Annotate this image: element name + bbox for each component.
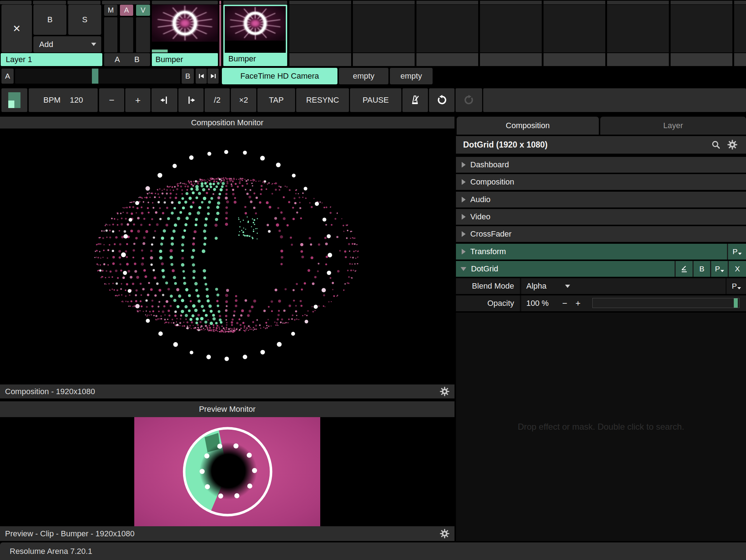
dotgrid-preset-button[interactable]: P	[710, 261, 728, 277]
beat-indicator-button[interactable]	[1, 88, 27, 112]
empty-clip-labels[interactable]	[289, 53, 746, 66]
clip-cell-playing[interactable]: Bumper	[152, 5, 218, 66]
expand-arrow-icon[interactable]	[462, 197, 466, 202]
nudge-left-icon	[160, 95, 169, 105]
collapse-arrow-icon[interactable]	[461, 267, 466, 271]
tab-layer[interactable]: Layer	[600, 117, 746, 135]
clip-thumbnail[interactable]	[225, 6, 286, 41]
composition-monitor-header[interactable]: Composition Monitor	[0, 117, 454, 129]
layer-bypass-button[interactable]: B	[33, 5, 66, 35]
clip-label[interactable]: Bumper	[225, 53, 286, 65]
tab-composition[interactable]: Composition	[457, 117, 599, 135]
video-fader[interactable]	[136, 17, 150, 52]
crossfader-b-button[interactable]: B	[182, 69, 194, 84]
layer-video-button[interactable]: V	[136, 5, 150, 16]
expand-arrow-icon[interactable]	[462, 162, 466, 168]
crossfader-slider[interactable]	[15, 69, 180, 84]
layer-solo-button[interactable]: S	[68, 5, 101, 35]
group-b-label[interactable]: B	[134, 55, 140, 64]
expand-arrow-icon[interactable]	[462, 249, 466, 255]
dotgrid-bypass-button[interactable]: B	[693, 261, 710, 277]
dotgrid-edit-button[interactable]	[675, 261, 693, 277]
section-video[interactable]: Video	[456, 209, 746, 225]
expand-arrow-icon[interactable]	[462, 214, 466, 220]
bpm-double-button[interactable]: ×2	[231, 88, 256, 112]
prev-column-button[interactable]	[196, 69, 207, 84]
blend-preset-button[interactable]: P	[727, 278, 746, 294]
gear-icon[interactable]	[440, 529, 449, 538]
next-column-button[interactable]	[208, 69, 219, 84]
clip-label[interactable]: Bumper	[152, 53, 218, 66]
layer-audio-button[interactable]: A	[120, 5, 133, 16]
preview-frame	[134, 417, 320, 526]
drop-hint-text: Drop effect or mask. Double click to sea…	[518, 422, 684, 432]
crossfader-handle[interactable]	[92, 69, 98, 84]
resolume-arena-window: ✕ B S Add Layer 1 M A V A B B	[0, 0, 746, 560]
metronome-button[interactable]	[402, 88, 428, 112]
section-transform[interactable]: Transform P	[456, 244, 746, 260]
layer-close-button[interactable]: ✕	[1, 5, 32, 52]
undo-button[interactable]	[429, 88, 454, 112]
beat-indicator	[8, 92, 20, 108]
pause-button[interactable]: PAUSE	[350, 88, 401, 112]
gear-icon[interactable]	[727, 140, 737, 150]
opacity-slider-handle[interactable]	[734, 298, 738, 308]
opacity-increase-button[interactable]: +	[575, 295, 581, 311]
strip-segment	[152, 1, 218, 4]
section-audio[interactable]: Audio	[456, 192, 746, 207]
opacity-slider[interactable]	[592, 298, 740, 308]
section-crossfader[interactable]: CrossFader	[456, 226, 746, 242]
opacity-label: Opacity	[456, 295, 520, 311]
strip-segment	[67, 1, 101, 4]
expand-arrow-icon[interactable]	[462, 179, 466, 185]
search-icon[interactable]	[711, 140, 721, 150]
redo-button[interactable]	[456, 88, 482, 112]
master-fader[interactable]	[104, 17, 117, 52]
clip-cell-selected[interactable]: Bumper	[223, 5, 287, 66]
opacity-value[interactable]: 100 %	[526, 295, 549, 311]
audio-fader[interactable]	[120, 17, 133, 52]
blend-mode-dropdown[interactable]: Alpha	[526, 278, 570, 294]
layer-master-button[interactable]: M	[104, 5, 117, 16]
bpm-increase-button[interactable]: +	[125, 88, 150, 112]
group-a-label[interactable]: A	[115, 55, 120, 64]
bpm-value[interactable]: 120	[70, 95, 83, 105]
bpm-toolbar: BPM 120 − + /2 ×2 TAP RESYNC PAUSE	[0, 87, 746, 113]
strip-segment	[223, 1, 287, 4]
inspector-title: DotGrid (1920 x 1080)	[463, 140, 547, 150]
clip-source-button[interactable]: FaceTime HD Camera	[222, 68, 337, 84]
dotgrid-remove-button[interactable]: X	[728, 261, 746, 277]
empty-clip-cells[interactable]	[289, 5, 746, 52]
strip-segment	[102, 1, 150, 4]
preview-monitor-header[interactable]: Preview Monitor	[0, 401, 454, 417]
section-composition[interactable]: Composition	[456, 174, 746, 190]
layer-blend-dropdown[interactable]: Add	[33, 36, 101, 52]
opacity-decrease-button[interactable]: −	[562, 295, 567, 311]
chevron-down-icon	[565, 285, 570, 288]
nudge-up-button[interactable]	[178, 88, 204, 112]
effect-drop-area[interactable]: Drop effect or mask. Double click to sea…	[456, 313, 746, 541]
app-status-bar: Resolume Arena 7.20.1	[0, 542, 746, 560]
nudge-down-button[interactable]	[151, 88, 177, 112]
layer-crossfader-group[interactable]: A B	[104, 53, 150, 66]
clip-thumbnail[interactable]	[152, 5, 218, 42]
section-label: DotGrid	[471, 264, 498, 274]
deck-overview-strip[interactable]	[0, 0, 746, 4]
empty-source-button[interactable]: empty	[390, 68, 433, 84]
gear-icon[interactable]	[440, 387, 449, 396]
bpm-half-button[interactable]: /2	[205, 88, 230, 112]
crossfader-a-button[interactable]: A	[1, 69, 14, 84]
empty-source-button[interactable]: empty	[339, 68, 388, 84]
tap-button[interactable]: TAP	[257, 88, 295, 112]
section-label: Composition	[470, 177, 514, 187]
preview-status-text: Preview - Clip - Bumper - 1920x1080	[5, 529, 135, 538]
strip-segment	[0, 1, 32, 4]
expand-arrow-icon[interactable]	[462, 231, 466, 237]
bpm-display[interactable]: BPM 120	[29, 88, 98, 112]
bpm-decrease-button[interactable]: −	[99, 88, 124, 112]
resync-button[interactable]: RESYNC	[296, 88, 349, 112]
section-dotgrid-effect[interactable]: DotGrid B P X	[456, 261, 746, 277]
layer-name-label[interactable]: Layer 1	[1, 53, 102, 66]
section-dashboard[interactable]: Dashboard	[456, 157, 746, 173]
transform-preset-button[interactable]: P	[727, 244, 746, 260]
